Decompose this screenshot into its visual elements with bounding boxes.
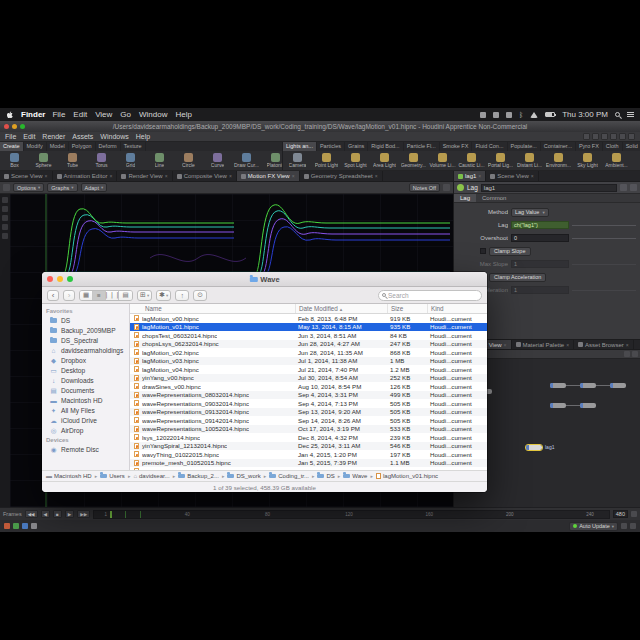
column-header-date-modified[interactable]: Date Modified▴ bbox=[295, 304, 387, 313]
menu-extra-icon[interactable] bbox=[493, 112, 499, 118]
menubar-menu-edit[interactable]: Edit bbox=[73, 110, 87, 119]
shelf-tool-box[interactable]: Box bbox=[0, 151, 29, 171]
sidebar-item-airdrop[interactable]: ◎AirDrop bbox=[42, 425, 129, 435]
playback-options-icon[interactable] bbox=[631, 511, 637, 517]
help-icon[interactable] bbox=[620, 184, 627, 191]
pane-menu-icon[interactable] bbox=[3, 184, 10, 191]
node-name-field[interactable]: lag1 bbox=[481, 184, 617, 192]
finder-titlebar[interactable]: Wave bbox=[42, 272, 487, 287]
gear-icon[interactable] bbox=[630, 184, 637, 191]
houdini-menu-file[interactable]: File bbox=[5, 133, 16, 140]
max-slope-field[interactable]: 1 bbox=[511, 260, 569, 268]
viewport-tool-icon[interactable] bbox=[2, 206, 8, 212]
shelf-tool-caustic-li[interactable]: Caustic Li... bbox=[457, 151, 486, 171]
shelf-tool-circle[interactable]: Circle bbox=[174, 151, 203, 171]
method-dropdown[interactable]: Lag Value▾ bbox=[511, 208, 549, 217]
param-tab-lag[interactable]: Lag bbox=[454, 194, 476, 202]
viewport-tool-icon[interactable] bbox=[2, 224, 8, 230]
pane-tab-motion-fx-view[interactable]: Motion FX View× bbox=[237, 171, 300, 181]
bluetooth-icon[interactable]: ᛒ bbox=[519, 111, 523, 118]
sidebar-item-davidsearmaholdings[interactable]: ⌂davidsearmaholdings bbox=[42, 345, 129, 355]
shelf-tool-curve[interactable]: Curve bbox=[203, 151, 232, 171]
sidebar-item-documents[interactable]: ▤Documents bbox=[42, 385, 129, 395]
overshoot-field[interactable]: 0 bbox=[511, 234, 569, 242]
end-frame-field[interactable]: 480 bbox=[613, 510, 628, 518]
coverflow-view-button[interactable]: ▤ bbox=[119, 291, 132, 300]
shelf-tool-area-light[interactable]: Area Light bbox=[370, 151, 399, 171]
viewport-options-icon[interactable] bbox=[443, 184, 450, 191]
path-item-wave[interactable]: Wave bbox=[343, 473, 367, 479]
menu-extra-icon[interactable] bbox=[506, 112, 512, 118]
path-item-macintosh-hd[interactable]: ▬Macintosh HD bbox=[46, 473, 92, 479]
tags-button[interactable]: ⊙ bbox=[193, 290, 207, 301]
toolbar-icon[interactable] bbox=[628, 133, 635, 140]
close-tab-icon[interactable]: × bbox=[229, 173, 232, 179]
column-header-name[interactable]: Name bbox=[130, 304, 295, 313]
houdini-titlebar[interactable]: /Users/davidsearmaholdings/Backup_2009MB… bbox=[0, 121, 640, 132]
search-field[interactable] bbox=[378, 290, 482, 301]
lag-field[interactable]: ch("lag1") bbox=[511, 221, 569, 229]
path-item-ds-work[interactable]: DS_work bbox=[227, 473, 260, 479]
notes-toggle-button[interactable]: Notes Off bbox=[409, 183, 440, 192]
network-node[interactable] bbox=[550, 383, 566, 388]
file-row-drawsines-v00-hipnc[interactable]: drawSines_v00.hipncAug 10, 2014, 8:54 PM… bbox=[130, 382, 487, 391]
shelf-tool-draw-cur[interactable]: Draw Cur... bbox=[232, 151, 261, 171]
forward-button[interactable]: › bbox=[63, 290, 75, 301]
close-tab-icon[interactable]: × bbox=[375, 173, 378, 179]
network-layout-icon[interactable] bbox=[632, 351, 638, 357]
network-node[interactable] bbox=[580, 403, 596, 408]
close-tab-icon[interactable]: × bbox=[292, 173, 295, 179]
file-row-lagmotion-v02-hipnc[interactable]: lagMotion_v02.hipncJun 28, 2014, 11:35 A… bbox=[130, 348, 487, 357]
viewport-tool-icon[interactable] bbox=[2, 197, 8, 203]
shelf-tab-particles[interactable]: Particles bbox=[317, 142, 345, 151]
houdini-menu-edit[interactable]: Edit bbox=[23, 133, 35, 140]
file-row-wavything-01022015-hipnc[interactable]: wavyThing_01022015.hipncJan 4, 2015, 1:2… bbox=[130, 450, 487, 459]
file-row-chopstest-06032014-hipnc[interactable]: chopsTest_06032014.hipncJun 3, 2014, 8:5… bbox=[130, 331, 487, 340]
shelf-tool-torus[interactable]: Torus bbox=[87, 151, 116, 171]
sidebar-item-icloud-drive[interactable]: ☁iCloud Drive bbox=[42, 415, 129, 425]
shelf-tool-tube[interactable]: Tube bbox=[58, 151, 87, 171]
battery-icon[interactable] bbox=[545, 112, 555, 117]
menubar-clock[interactable]: Thu 3:00 PM bbox=[562, 110, 608, 119]
shelf-tab-polygon[interactable]: Polygon bbox=[69, 142, 96, 151]
pane-tab-scene-view[interactable]: Scene View× bbox=[486, 171, 539, 181]
shelf-tool-line[interactable]: Line bbox=[145, 151, 174, 171]
shelf-tool-distant-li[interactable]: Distant Li... bbox=[515, 151, 544, 171]
shelf-tab-populate[interactable]: Populate... bbox=[508, 142, 541, 151]
path-item-users[interactable]: Users bbox=[100, 473, 125, 479]
toolbar-icon[interactable] bbox=[601, 133, 608, 140]
minimize-window-button[interactable] bbox=[12, 124, 17, 129]
file-row-lagmotion-v04-hipnc[interactable]: lagMotion_v04.hipncJul 21, 2014, 7:40 PM… bbox=[130, 365, 487, 374]
houdini-menu-help[interactable]: Help bbox=[136, 133, 150, 140]
minimize-window-button[interactable] bbox=[57, 276, 63, 282]
file-row-premote-mesh-01052015-hipnc[interactable]: premote_mesh_01052015.hipncJan 5, 2015, … bbox=[130, 459, 487, 468]
sidebar-item-downloads[interactable]: ↓Downloads bbox=[42, 375, 129, 385]
shelf-tool-point-light[interactable]: Point Light bbox=[312, 151, 341, 171]
shelf-tool-camera[interactable]: Camera bbox=[283, 151, 312, 171]
houdini-menu-assets[interactable]: Assets bbox=[72, 133, 93, 140]
shelf-tab-smoke-fx[interactable]: Smoke FX bbox=[440, 142, 473, 151]
column-view-button[interactable]: ❘❘❘ bbox=[106, 291, 119, 300]
viewport-adapt-button[interactable]: Adapt▾ bbox=[81, 183, 108, 192]
close-tab-icon[interactable]: × bbox=[45, 173, 48, 179]
sidebar-item-all-my-files[interactable]: ✦All My Files bbox=[42, 405, 129, 415]
file-row-lsys-12022014-hipnc[interactable]: lsys_12022014.hipncDec 8, 2014, 4:32 PM2… bbox=[130, 433, 487, 442]
pane-tab-geometry-spreadsheet[interactable]: Geometry Spreadsheet× bbox=[300, 171, 383, 181]
auto-update-dropdown[interactable]: Auto Update ▾ bbox=[569, 522, 618, 531]
pane-tab-render-view[interactable]: Render View× bbox=[117, 171, 172, 181]
file-row-lagmotion-v01-hipnc[interactable]: lagMotion_v01.hipncMay 13, 2014, 8:15 AM… bbox=[130, 323, 487, 332]
viewport-tool-icon[interactable] bbox=[2, 215, 8, 221]
file-row-waverepresentations-10052014-hipnc[interactable]: waveRepresentations_10052014.hipncOct 17… bbox=[130, 425, 487, 434]
file-row-chopslsys-06232014-hipnc[interactable]: chopsLsys_06232014.hipncJun 28, 2014, 4:… bbox=[130, 340, 487, 349]
help-status-icon[interactable] bbox=[31, 523, 37, 529]
viewport-tool-icon[interactable] bbox=[2, 233, 8, 239]
shelf-tab-grains[interactable]: Grains bbox=[345, 142, 368, 151]
shelf-tab-fluid-con[interactable]: Fluid Con... bbox=[472, 142, 507, 151]
sidebar-item-backup-2009mbp[interactable]: Backup_2009MBP bbox=[42, 325, 129, 335]
lag-slider[interactable] bbox=[572, 225, 636, 226]
network-node[interactable] bbox=[610, 383, 626, 388]
menubar-menu-window[interactable]: Window bbox=[139, 110, 167, 119]
menubar-menu-help[interactable]: Help bbox=[175, 110, 191, 119]
viewport-graphs-button[interactable]: Graphs▾ bbox=[47, 183, 77, 192]
wifi-icon[interactable] bbox=[530, 112, 538, 118]
